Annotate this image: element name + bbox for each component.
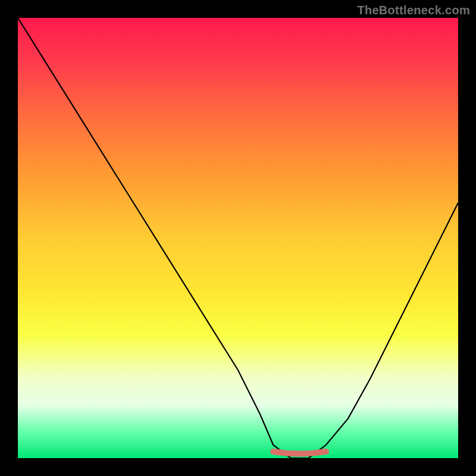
curve-layer <box>18 18 458 458</box>
trough-marker <box>273 452 326 454</box>
trough-path <box>273 452 326 454</box>
curve-path <box>18 18 458 458</box>
watermark-text: TheBottleneck.com <box>357 4 470 17</box>
chart-frame: TheBottleneck.com <box>0 0 476 476</box>
mismatch-curve <box>18 18 458 458</box>
